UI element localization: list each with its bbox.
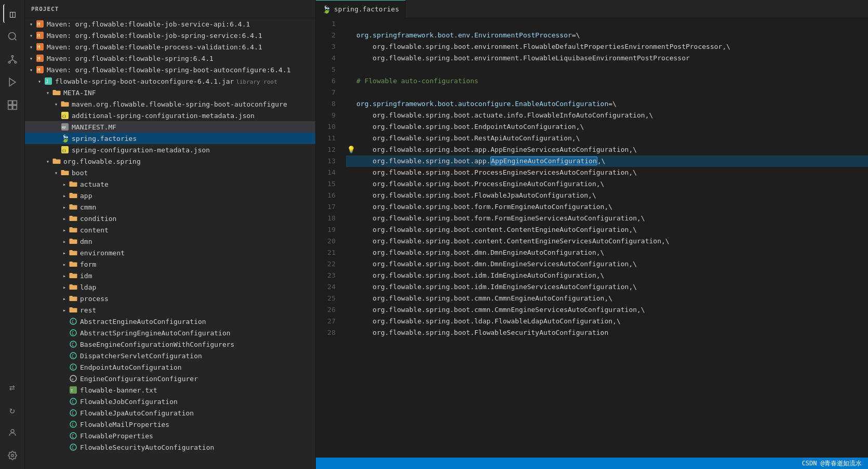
tree-item-2[interactable]: MMaven: org.flowable:flowable-job-spring…: [25, 30, 315, 41]
code-text-15: org.flowable.spring.boot.ProcessEngineAu…: [356, 178, 604, 190]
svg-text:M: M: [37, 56, 41, 61]
tree-item-9[interactable]: {}additional-spring-configuration-metada…: [25, 110, 315, 121]
tree-item-7[interactable]: META-INF: [25, 87, 315, 98]
tree-item-33[interactable]: Tflowable-banner.txt: [25, 384, 315, 396]
svg-text:C: C: [72, 343, 74, 347]
scm-icon[interactable]: [3, 50, 22, 69]
tree-item-10[interactable]: MFMANIFEST.MF: [25, 121, 315, 133]
tree-label: Maven: org.flowable:flowable-job-service…: [47, 20, 311, 28]
tree-arrow: [60, 443, 69, 451]
tree-item-12[interactable]: {}spring-configuration-metadata.json: [25, 144, 315, 155]
maven-icon: M: [35, 19, 45, 29]
tree-item-21[interactable]: environment: [25, 247, 315, 258]
sidebar-content[interactable]: MMaven: org.flowable:flowable-job-servic…: [25, 18, 315, 469]
tree-item-26[interactable]: rest: [25, 304, 315, 316]
code-line-27: org.flowable.spring.boot.ldap.FlowableLd…: [346, 316, 868, 327]
tree-label: Maven: org.flowable:flowable-process-val…: [47, 43, 311, 51]
tree-item-32[interactable]: ≡EngineConfigurationConfigurer: [25, 373, 315, 384]
code-text-13: org.flowable.spring.boot.app.AppEngineAu…: [356, 155, 605, 167]
tree-arrow: [52, 134, 60, 142]
abstract-icon: C: [69, 442, 78, 452]
code-text-25: org.flowable.spring.boot.cmmn.CmmnEngine…: [356, 293, 612, 304]
tree-item-16[interactable]: app: [25, 190, 315, 201]
tree-item-31[interactable]: CEndpointAutoConfiguration: [25, 361, 315, 373]
tree-item-37[interactable]: CFlowableProperties: [25, 430, 315, 441]
tree-item-8[interactable]: maven.org.flowable.flowable-spring-boot-…: [25, 98, 315, 110]
tree-item-1[interactable]: MMaven: org.flowable:flowable-job-servic…: [25, 18, 315, 30]
tree-item-23[interactable]: idm: [25, 270, 315, 281]
tree-item-5[interactable]: MMaven: org.flowable:flowable-spring-boo…: [25, 64, 315, 75]
search-icon[interactable]: [3, 27, 22, 46]
code-text-2: org.springframework.boot.env.Environment…: [356, 30, 580, 41]
tree-item-6[interactable]: Jflowable-spring-boot-autoconfigure-6.4.…: [25, 75, 315, 87]
gutter-icon-5: [346, 64, 356, 75]
tree-item-34[interactable]: CFlowableJobConfiguration: [25, 396, 315, 407]
tab-spring-factories[interactable]: 🍃 spring.factories: [316, 0, 406, 18]
tree-item-17[interactable]: cmmn: [25, 201, 315, 213]
svg-text:C: C: [72, 400, 74, 405]
code-line-18: org.flowable.spring.boot.form.FormEngine…: [346, 213, 868, 224]
code-text-22: org.flowable.spring.boot.dmn.DmnEngineSe…: [356, 258, 637, 270]
tree-arrow: [60, 329, 69, 337]
tree-label: FlowableMailProperties: [80, 421, 311, 428]
tree-item-13[interactable]: org.flowable.spring: [25, 155, 315, 167]
tree-item-20[interactable]: dmn: [25, 236, 315, 247]
tree-arrow: [27, 66, 35, 74]
code-text-19: org.flowable.spring.boot.content.Content…: [356, 224, 637, 236]
gutter-icon-2: [346, 30, 356, 41]
gutter-icon-7: [346, 87, 356, 98]
line-number-18: 18: [316, 213, 336, 224]
tree-arrow: [52, 168, 60, 177]
line-number-8: 8: [316, 98, 336, 110]
activity-bar: ◫ ⇄ ↻: [0, 0, 25, 469]
gutter-icon-17: [346, 201, 356, 213]
tree-label: Maven: org.flowable:flowable-spring:6.4.…: [47, 55, 311, 62]
tree-item-15[interactable]: actuate: [25, 178, 315, 190]
code-line-17: org.flowable.spring.boot.form.FormEngine…: [346, 201, 868, 213]
settings-icon[interactable]: [3, 446, 22, 465]
code-line-24: org.flowable.spring.boot.idm.IdmEngineSe…: [346, 281, 868, 293]
tree-arrow: [60, 180, 69, 188]
svg-rect-10: [12, 101, 17, 105]
gutter-icon-11: [346, 133, 356, 144]
tree-item-11[interactable]: 🍃spring.factories: [25, 133, 315, 144]
gutter-icon-23: [346, 270, 356, 281]
line-number-26: 26: [316, 304, 336, 316]
sync-icon[interactable]: ↻: [3, 400, 22, 419]
tree-item-25[interactable]: process: [25, 293, 315, 304]
line-numbers: 1234567891011121314151617181920212223242…: [316, 18, 342, 458]
code-content[interactable]: org.springframework.boot.env.Environment…: [342, 18, 868, 458]
tree-arrow: [60, 317, 69, 325]
svg-text:C: C: [72, 446, 74, 450]
tree-label: AbstractSpringEngineAutoConfiguration: [80, 329, 311, 337]
code-text-3: org.flowable.spring.boot.environment.Flo…: [356, 41, 730, 53]
tree-item-3[interactable]: MMaven: org.flowable:flowable-process-va…: [25, 41, 315, 53]
tree-arrow: [60, 306, 69, 314]
tree-label: spring-configuration-metadata.json: [72, 146, 311, 154]
code-text-6: # Flowable auto-configurations: [356, 75, 478, 87]
tree-item-18[interactable]: condition: [25, 213, 315, 224]
tree-item-27[interactable]: CAbstractEngineAutoConfiguration: [25, 316, 315, 327]
tree-arrow: [52, 111, 60, 120]
tree-item-14[interactable]: boot: [25, 167, 315, 178]
tree-label: cmmn: [80, 203, 311, 211]
extensions-icon[interactable]: [3, 96, 22, 114]
tree-item-38[interactable]: CFlowableSecurityAutoConfiguration: [25, 441, 315, 453]
remote-icon[interactable]: ⇄: [3, 377, 22, 396]
tree-item-24[interactable]: ldap: [25, 281, 315, 293]
svg-text:{}: {}: [62, 114, 66, 119]
tree-item-35[interactable]: CFlowableJpaAutoConfiguration: [25, 407, 315, 419]
explorer-icon[interactable]: ◫: [3, 4, 22, 23]
tree-item-28[interactable]: CAbstractSpringEngineAutoConfiguration: [25, 327, 315, 338]
code-text-9: org.flowable.spring.boot.actuate.info.Fl…: [356, 110, 653, 121]
tree-item-22[interactable]: form: [25, 258, 315, 270]
gutter-icon-8: [346, 98, 356, 110]
tree-item-36[interactable]: CFlowableMailProperties: [25, 419, 315, 430]
tree-item-19[interactable]: content: [25, 224, 315, 236]
debug-icon[interactable]: [3, 73, 22, 92]
tree-item-30[interactable]: CDispatcherServletConfiguration: [25, 350, 315, 361]
tree-item-4[interactable]: MMaven: org.flowable:flowable-spring:6.4…: [25, 53, 315, 64]
gutter-icon-4: [346, 53, 356, 64]
tree-item-29[interactable]: CBaseEngineConfigurationWithConfigurers: [25, 338, 315, 350]
account-icon[interactable]: [3, 423, 22, 442]
